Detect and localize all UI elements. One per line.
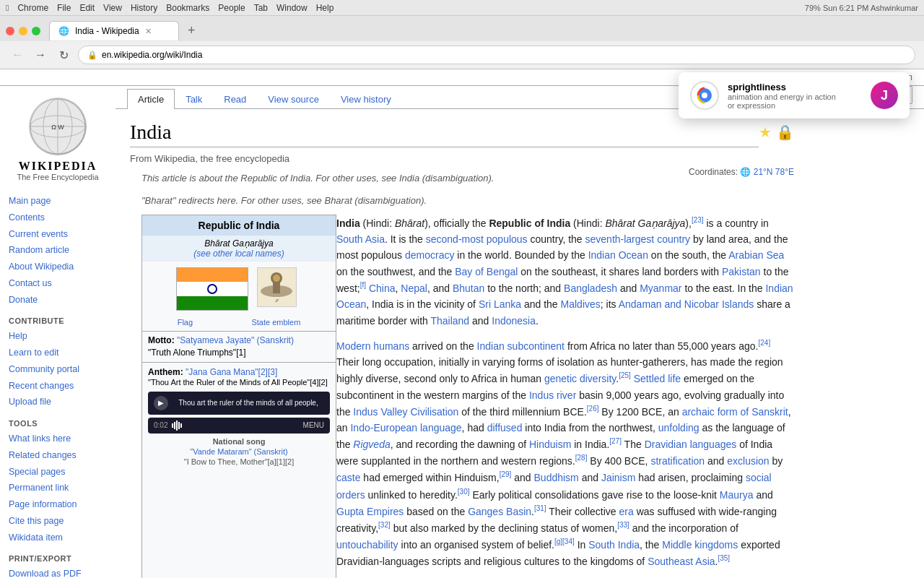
menu-tab[interactable]: Tab	[254, 3, 268, 13]
nav-wikidata-item[interactable]: Wikidata item	[9, 530, 107, 546]
tab-read[interactable]: Read	[213, 89, 257, 109]
link-rigveda[interactable]: Rigveda	[353, 439, 390, 450]
maximize-button[interactable]	[32, 27, 40, 35]
audio-play-button[interactable]: ▶	[154, 396, 168, 410]
nav-contents[interactable]: Contents	[9, 210, 107, 226]
link-genetic-diversity[interactable]: genetic diversity	[544, 373, 616, 384]
link-modern-humans[interactable]: Modern humans	[336, 340, 409, 352]
link-settled-life[interactable]: Settled life	[634, 373, 681, 384]
link-nepal[interactable]: Nepal	[401, 282, 427, 294]
menu-file[interactable]: File	[57, 3, 71, 13]
link-indonesia[interactable]: Indonesia	[492, 315, 536, 327]
nav-main-page[interactable]: Main page	[9, 193, 107, 210]
link-archaic-sanskrit[interactable]: archaic form of Sanskrit	[682, 406, 788, 418]
browser-tab-active[interactable]: 🌐 India - Wikipedia ✕	[49, 21, 179, 40]
star-icon[interactable]: ★	[759, 124, 772, 141]
tab-view-source[interactable]: View source	[257, 89, 330, 109]
link-bhutan[interactable]: Bhutan	[453, 282, 484, 294]
link-southeast-asia[interactable]: Southeast Asia	[648, 555, 715, 566]
coordinates-link[interactable]: 21°N 78°E	[754, 167, 794, 177]
menu-help[interactable]: Help	[316, 3, 334, 13]
apple-menu[interactable]: 	[6, 3, 9, 13]
link-buddhism[interactable]: Buddhism	[534, 472, 579, 483]
tab-article[interactable]: Article	[127, 89, 175, 109]
motto-hindi-link[interactable]: "Satyameva Jayate" (Sanskrit)	[177, 335, 294, 345]
menu-bookmarks[interactable]: Bookmarks	[166, 3, 209, 13]
menu-chrome[interactable]: Chrome	[17, 3, 48, 13]
link-china[interactable]: China	[369, 282, 396, 294]
link-indus-valley[interactable]: Indus Valley Civilisation	[353, 406, 458, 418]
link-south-asia[interactable]: South Asia	[336, 233, 385, 245]
link-gupta[interactable]: Gupta Empires	[336, 505, 404, 517]
nav-current-events[interactable]: Current events	[9, 226, 107, 243]
close-button[interactable]	[6, 27, 14, 35]
menu-window[interactable]: Window	[276, 3, 308, 13]
link-democracy[interactable]: democracy	[405, 249, 454, 261]
back-button[interactable]: ←	[9, 46, 26, 64]
link-exclusion[interactable]: exclusion	[727, 455, 769, 467]
nav-donate[interactable]: Donate	[9, 292, 107, 309]
link-bay-of-bengal[interactable]: Bay of Bengal	[455, 266, 518, 277]
nav-download-pdf[interactable]: Download as PDF	[9, 566, 107, 578]
menu-view[interactable]: View	[103, 3, 122, 13]
refresh-button[interactable]: ↻	[55, 46, 72, 64]
nav-help[interactable]: Help	[9, 328, 107, 345]
link-bangladesh[interactable]: Bangladesh	[564, 282, 617, 294]
link-pakistan[interactable]: Pakistan	[722, 266, 761, 277]
link-diffused[interactable]: diffused	[487, 422, 523, 434]
tab-talk[interactable]: Talk	[175, 89, 213, 109]
link-myanmar[interactable]: Myanmar	[640, 282, 681, 294]
link-dravidian[interactable]: Dravidian languages	[645, 439, 737, 450]
nav-permanent-link[interactable]: Permanent link	[9, 480, 107, 496]
link-andaman[interactable]: Andaman and Nicobar Islands	[619, 298, 754, 310]
nav-contact-us[interactable]: Contact us	[9, 275, 107, 292]
link-seventh-largest[interactable]: seventh-largest country	[585, 233, 691, 245]
address-bar[interactable]: 🔒 en.wikipedia.org/wiki/India	[78, 46, 915, 64]
link-second-populous[interactable]: second-most populous	[426, 233, 528, 245]
anthem-hindi-link[interactable]: "Jana Gana Mana"[2][3]	[186, 367, 277, 377]
link-indus-river[interactable]: Indus river	[529, 389, 576, 401]
link-sri-lanka[interactable]: Sri Lanka	[479, 298, 521, 310]
nav-community-portal[interactable]: Community portal	[9, 361, 107, 378]
menu-people[interactable]: People	[218, 3, 245, 13]
link-unfolding[interactable]: unfolding	[658, 422, 699, 434]
nav-related-changes[interactable]: Related changes	[9, 447, 107, 464]
infobox-local-names-link[interactable]: (see other local names)	[193, 249, 284, 259]
link-arabian-sea[interactable]: Arabian Sea	[728, 249, 784, 261]
link-ganges[interactable]: Ganges Basin	[468, 505, 531, 517]
link-untouchability[interactable]: untouchability	[336, 538, 398, 550]
link-thailand[interactable]: Thailand	[430, 315, 469, 327]
link-stratification[interactable]: stratification	[650, 455, 705, 467]
emblem-caption-link[interactable]: State emblem	[251, 318, 300, 327]
link-middle-kingdoms[interactable]: Middle kingdoms	[662, 538, 738, 550]
link-maldives[interactable]: Maldives	[561, 298, 601, 310]
link-hinduism[interactable]: Hinduism	[529, 439, 571, 450]
menu-edit[interactable]: Edit	[79, 3, 95, 13]
national-song-link[interactable]: "Vande Mataram" (Sanskrit)	[190, 447, 287, 456]
menu-history[interactable]: History	[131, 3, 157, 13]
nav-page-information[interactable]: Page information	[9, 496, 107, 513]
link-indo-european[interactable]: Indo-European language	[350, 422, 461, 434]
nav-random-article[interactable]: Random article	[9, 242, 107, 259]
link-south-india[interactable]: South India	[588, 538, 640, 550]
link-indian-ocean[interactable]: Indian Ocean	[588, 249, 648, 261]
nav-learn-to-edit[interactable]: Learn to edit	[9, 345, 107, 361]
link-caste[interactable]: caste	[336, 472, 360, 483]
audio-menu-label[interactable]: MENU	[303, 421, 324, 429]
nav-recent-changes[interactable]: Recent changes	[9, 378, 107, 394]
link-era[interactable]: era	[619, 505, 634, 517]
forward-button[interactable]: →	[32, 46, 49, 64]
nav-about-wikipedia[interactable]: About Wikipedia	[9, 259, 107, 275]
tab-view-history[interactable]: View history	[330, 89, 402, 109]
flag-caption-link[interactable]: Flag	[178, 318, 193, 327]
nav-upload-file[interactable]: Upload file	[9, 394, 107, 410]
tab-close-button[interactable]: ✕	[145, 27, 152, 36]
nav-cite-this-page[interactable]: Cite this page	[9, 513, 107, 530]
nav-special-pages[interactable]: Special pages	[9, 464, 107, 480]
link-jainism[interactable]: Jainism	[601, 472, 635, 483]
link-maurya[interactable]: Maurya	[720, 488, 754, 500]
minimize-button[interactable]	[19, 27, 27, 35]
nav-what-links-here[interactable]: What links here	[9, 431, 107, 447]
new-tab-button[interactable]: +	[182, 20, 201, 41]
link-indian-subcontinent[interactable]: Indian subcontinent	[477, 340, 565, 352]
